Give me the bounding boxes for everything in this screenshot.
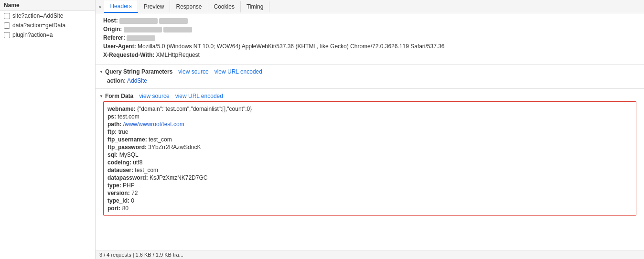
tab-timing[interactable]: Timing — [241, 1, 270, 12]
form-data-view-url-encoded-link[interactable]: view URL encoded — [175, 93, 223, 99]
form-data-triangle-icon[interactable]: ▼ — [99, 94, 103, 98]
form-data-row-5: ftp_password: 3YbZrr2RAzwSdncK — [107, 143, 632, 151]
param-key-0: action: — [107, 77, 126, 84]
fd-value-7: utf8 — [133, 159, 142, 166]
form-data-row-3: ftp: true — [107, 128, 632, 136]
params-view-url-encoded-link[interactable]: view URL encoded — [215, 68, 262, 75]
fd-key-7: codeing: — [107, 159, 133, 166]
xrequested-key: X-Requested-With: — [103, 52, 154, 58]
fd-value-10: PHP — [123, 182, 135, 189]
xrequested-value: XMLHttpRequest — [156, 52, 200, 58]
useragent-key: User-Agent: — [103, 43, 136, 50]
params-view-source-link[interactable]: view source — [178, 68, 208, 75]
tab-bar: × Headers Preview Response Cookies Timin… — [96, 0, 644, 13]
form-data-section: ▼ Form Data view source view URL encoded… — [96, 91, 644, 219]
fd-value-2: /www/wwwroot/test.com — [123, 121, 184, 128]
fd-value-11: 72 — [131, 190, 138, 196]
sidebar: Name site?action=AddSite data?action=get… — [0, 0, 96, 259]
form-data-row-1: ps: test.com — [107, 113, 632, 120]
fd-key-9: datapassword: — [107, 174, 150, 181]
form-data-view-source-link[interactable]: view source — [139, 93, 169, 99]
useragent-value: Mozilla/5.0 (Windows NT 10.0; WOW64) App… — [138, 43, 445, 50]
form-data-row-4: ftp_username: test_com — [107, 136, 632, 143]
fd-key-12: type_id: — [107, 197, 131, 204]
host-value2 — [159, 18, 188, 24]
referer-value — [127, 35, 155, 41]
referer-key: Referer: — [103, 34, 125, 41]
form-data-title-text: Form Data — [105, 93, 133, 99]
host-key: Host: — [103, 17, 118, 24]
sidebar-item-label-2: plugin?action=a — [12, 32, 53, 38]
tab-preview[interactable]: Preview — [138, 1, 171, 12]
form-data-row-12: type_id: 0 — [107, 197, 632, 205]
sidebar-checkbox-2[interactable] — [4, 32, 10, 38]
xrequested-row: X-Requested-With: XMLHttpRequest — [103, 51, 636, 59]
sidebar-item-label-0: site?action=AddSite — [12, 12, 63, 19]
form-data-row-11: version: 72 — [107, 189, 632, 197]
host-value — [119, 18, 158, 24]
fd-value-1: test.com — [118, 113, 139, 120]
sidebar-header: Name — [0, 0, 95, 11]
form-data-header: ▼ Form Data view source view URL encoded — [99, 93, 640, 99]
fd-value-12: 0 — [131, 197, 134, 204]
sidebar-item-0[interactable]: site?action=AddSite — [0, 11, 95, 21]
fd-value-0: {"domain":"test.com","domainlist":[],"co… — [137, 106, 252, 112]
fd-key-13: port: — [107, 205, 122, 212]
fd-key-5: ftp_password: — [107, 144, 148, 151]
sidebar-checkbox-0[interactable] — [4, 13, 10, 19]
fd-key-2: path: — [107, 121, 123, 128]
fd-value-8: test_com — [135, 167, 158, 173]
fd-key-4: ftp_username: — [107, 136, 149, 143]
query-params-section: ▼ Query String Parameters view source vi… — [96, 66, 644, 86]
request-headers-section: Host: Origin: Referer: User — [96, 13, 644, 62]
content-area: Host: Origin: Referer: User — [96, 13, 644, 250]
tab-close-icon[interactable]: × — [96, 2, 104, 11]
param-row-0: action: AddSite — [99, 77, 640, 85]
fd-value-4: test_com — [149, 136, 172, 143]
tab-response[interactable]: Response — [170, 1, 208, 12]
params-triangle-icon[interactable]: ▼ — [99, 70, 103, 74]
fd-key-0: webname: — [107, 106, 137, 112]
sidebar-item-1[interactable]: data?action=getData — [0, 21, 95, 30]
param-value-0: AddSite — [127, 77, 147, 84]
status-bar: 3 / 4 requests | 1.6 KB / 1.9 KB tra... — [96, 250, 644, 259]
sidebar-item-2[interactable]: plugin?action=a — [0, 30, 95, 40]
sidebar-checkbox-1[interactable] — [4, 22, 10, 29]
form-data-row-0: webname: {"domain":"test.com","domainlis… — [107, 105, 632, 113]
form-data-row-13: port: 80 — [107, 205, 632, 212]
useragent-row: User-Agent: Mozilla/5.0 (Windows NT 10.0… — [103, 42, 636, 51]
host-row: Host: — [103, 16, 636, 25]
form-data-row-7: codeing: utf8 — [107, 159, 632, 166]
sidebar-item-label-1: data?action=getData — [12, 22, 65, 29]
fd-value-3: true — [118, 129, 129, 135]
right-panel: × Headers Preview Response Cookies Timin… — [96, 0, 644, 259]
origin-value2 — [163, 27, 192, 32]
params-title: ▼ Query String Parameters — [99, 68, 172, 75]
fd-value-5: 3YbZrr2RAzwSdncK — [148, 144, 201, 151]
form-data-row-6: sql: MySQL — [107, 151, 632, 159]
form-data-row-9: datapassword: KsJPzXmzNK72D7GC — [107, 174, 632, 182]
tab-cookies[interactable]: Cookies — [208, 1, 241, 12]
tab-headers[interactable]: Headers — [104, 0, 138, 13]
origin-value — [124, 27, 162, 32]
params-header: ▼ Query String Parameters view source vi… — [99, 68, 640, 75]
fd-key-1: ps: — [107, 113, 118, 120]
fd-value-13: 80 — [122, 205, 129, 212]
referer-row: Referer: — [103, 33, 636, 42]
form-data-row-2: path: /www/wwwroot/test.com — [107, 120, 632, 128]
origin-row: Origin: — [103, 25, 636, 33]
fd-key-10: type: — [107, 182, 123, 189]
origin-key: Origin: — [103, 26, 122, 32]
fd-key-11: version: — [107, 190, 131, 196]
params-title-text: Query String Parameters — [105, 68, 172, 75]
fd-value-6: MySQL — [119, 151, 139, 158]
form-data-row-10: type: PHP — [107, 182, 632, 189]
fd-key-8: datauser: — [107, 167, 135, 173]
form-data-box: webname: {"domain":"test.com","domainlis… — [103, 101, 636, 216]
form-data-row-8: datauser: test_com — [107, 166, 632, 174]
form-data-title: ▼ Form Data — [99, 93, 133, 99]
fd-key-6: sql: — [107, 151, 119, 158]
fd-key-3: ftp: — [107, 129, 118, 135]
fd-value-9: KsJPzXmzNK72D7GC — [150, 174, 207, 181]
